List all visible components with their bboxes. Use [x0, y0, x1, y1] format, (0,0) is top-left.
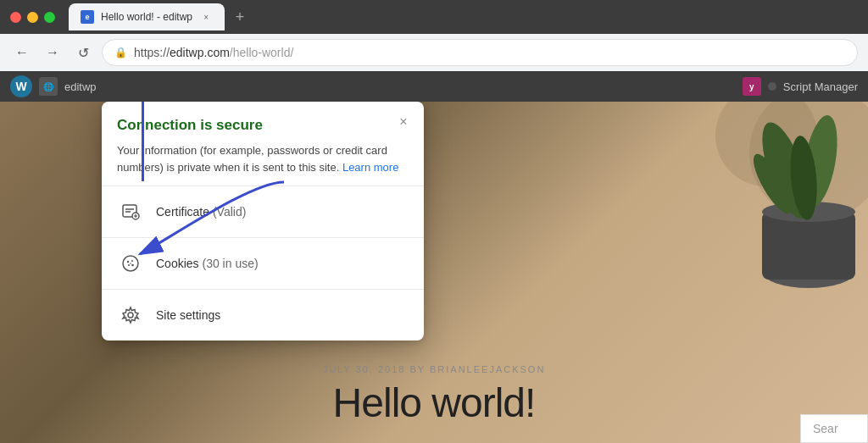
page-text-area: JULY 30, 2018 BY BRIANLEEJACKSON Hello w… [0, 364, 868, 426]
svg-point-17 [131, 260, 133, 262]
address-bar-row: ← → ↺ 🔒 https://editwp.com/hello-world/ [0, 34, 868, 71]
new-tab-button[interactable]: + [228, 5, 252, 29]
tab-close-button[interactable]: × [199, 10, 213, 24]
certificate-detail: (Valid) [213, 205, 246, 219]
post-date: JULY 30, 2018 BY BRIANLEEJACKSON [323, 364, 546, 374]
close-button[interactable] [10, 12, 21, 23]
cookies-detail: (30 in use) [202, 257, 258, 270]
search-placeholder: Sear [813, 422, 838, 435]
popup-learn-more-link[interactable]: Learn more [342, 161, 398, 174]
svg-point-20 [130, 263, 131, 264]
svg-point-21 [128, 313, 133, 318]
popup-item-certificate[interactable]: Certificate (Valid) [102, 186, 424, 237]
traffic-lights [10, 12, 55, 23]
toolbar-row: W 🌐 editwp y Script Manager [0, 71, 868, 102]
address-field[interactable]: 🔒 https://editwp.com/hello-world/ [102, 39, 858, 66]
reload-button[interactable]: ↺ [71, 41, 95, 64]
title-bar: e Hello world! - editwp × + [0, 0, 868, 34]
plant-decoration [614, 102, 868, 313]
toolbar-dot [768, 82, 776, 91]
popup-close-button[interactable]: × [395, 114, 412, 130]
address-path: /hello-world/ [230, 46, 293, 59]
script-manager-label: Script Manager [783, 80, 858, 93]
popup-item-cookies[interactable]: Cookies (30 in use) [102, 238, 424, 289]
active-tab[interactable]: e Hello world! - editwp × [69, 3, 225, 30]
site-settings-label: Site settings [156, 308, 220, 322]
popup-item-site-settings[interactable]: Site settings [102, 290, 424, 341]
yoast-icon[interactable]: y [743, 77, 761, 96]
tab-title: Hello world! - editwp [101, 11, 192, 23]
popup-header: × Connection is secure Your information … [102, 102, 424, 186]
address-text: https://editwp.com/hello-world/ [134, 46, 293, 59]
certificate-icon [117, 198, 144, 225]
svg-point-16 [127, 261, 129, 263]
page-content: JULY 30, 2018 BY BRIANLEEJACKSON Hello w… [0, 102, 868, 443]
minimize-button[interactable] [27, 12, 38, 23]
search-box[interactable]: Sear [800, 414, 868, 443]
forward-button[interactable]: → [41, 41, 64, 64]
security-popup: × Connection is secure Your information … [102, 102, 424, 341]
address-protocol: https:// [134, 46, 170, 59]
lock-icon: 🔒 [114, 47, 127, 58]
toolbar-favicon: 🌐 [39, 77, 58, 96]
certificate-label: Certificate (Valid) [156, 205, 246, 219]
post-title: Hello world! [333, 379, 536, 426]
maximize-button[interactable] [44, 12, 55, 23]
svg-point-19 [131, 264, 134, 267]
cookies-label: Cookies (30 in use) [156, 257, 259, 270]
popup-title: Connection is secure [117, 117, 409, 134]
svg-point-18 [128, 264, 130, 266]
site-settings-icon [117, 302, 144, 329]
blue-indicator-line [142, 102, 144, 181]
browser-window: e Hello world! - editwp × + ← → ↺ 🔒 http… [0, 0, 868, 443]
address-domain: editwp.com [170, 46, 230, 59]
wordpress-icon[interactable]: W [10, 75, 32, 97]
popup-description: Your information (for example, passwords… [117, 142, 409, 175]
tab-bar: e Hello world! - editwp × + [69, 3, 858, 30]
tab-favicon: e [81, 10, 94, 24]
toolbar-site-name: editwp [64, 80, 97, 93]
cookies-icon [117, 250, 144, 277]
back-button[interactable]: ← [10, 41, 34, 64]
